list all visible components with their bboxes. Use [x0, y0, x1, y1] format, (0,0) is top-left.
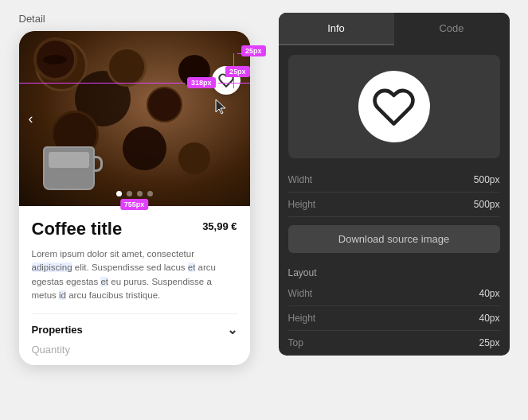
- dots-pagination: [19, 191, 250, 196]
- layout-row-height: Height 40px: [288, 306, 500, 331]
- dot-4: [147, 191, 153, 196]
- measure-25-top: 25px: [241, 45, 266, 56]
- prop-height-val: 500px: [474, 199, 500, 210]
- card-content: 755px Coffee title 35,99 € Lorem ipsum d…: [19, 206, 250, 365]
- layout-height-val: 40px: [479, 313, 499, 324]
- card-image-section: ‹ 318px 25px: [19, 31, 250, 206]
- layout-table: Widht 40px Height 40px Top 25px: [279, 282, 510, 356]
- measure-318: 318px: [187, 77, 216, 88]
- panel-label: Detail: [19, 13, 266, 25]
- back-button[interactable]: ‹: [29, 111, 33, 127]
- layout-width-key: Widht: [288, 288, 313, 299]
- svg-marker-0: [216, 99, 225, 114]
- card-quantity: Quantity: [32, 344, 237, 356]
- chevron-down-icon: ⌄: [227, 322, 237, 337]
- card-description: Lorem ipsum dolor sit amet, consectetur …: [32, 247, 237, 302]
- layout-width-val: 40px: [479, 288, 499, 299]
- dot-1: [116, 191, 122, 196]
- card-wrapper: 25px: [19, 31, 266, 365]
- layout-height-key: Height: [288, 313, 316, 324]
- layout-row-width: Widht 40px: [288, 282, 500, 306]
- layout-top-key: Top: [288, 337, 303, 348]
- prop-width-key: Widht: [288, 174, 313, 185]
- cursor-arrow: [214, 98, 230, 120]
- layout-row-top: Top 25px: [288, 331, 500, 356]
- phone-card: ‹ 318px 25px: [19, 31, 250, 365]
- properties-table: Widht 500px Height 500px: [279, 168, 510, 217]
- card-price: 35,99 €: [202, 219, 237, 233]
- card-properties-row[interactable]: Properties ⌄: [32, 313, 237, 337]
- prop-height-key: Height: [288, 199, 316, 210]
- tabs-row: Info Code: [279, 13, 510, 45]
- dot-3: [137, 191, 143, 196]
- tab-code[interactable]: Code: [394, 13, 510, 45]
- card-title: Coffee title: [32, 219, 123, 239]
- left-panel: Detail 25px: [19, 13, 266, 365]
- tab-info[interactable]: Info: [279, 13, 394, 45]
- prop-width-val: 500px: [474, 174, 500, 185]
- layout-section-label: Layout: [279, 261, 510, 282]
- heart-preview: [288, 55, 500, 158]
- layout-top-val: 25px: [479, 337, 499, 348]
- heart-circle: [358, 71, 430, 142]
- properties-label: Properties: [32, 324, 83, 336]
- prop-row-width: Widht 500px: [288, 168, 500, 192]
- measure-25-right: 25px: [225, 66, 250, 77]
- measure-755: 755px: [120, 199, 149, 210]
- prop-row-height: Height 500px: [288, 192, 500, 217]
- card-title-row: Coffee title 35,99 €: [32, 219, 237, 239]
- download-source-button[interactable]: Download source image: [288, 225, 500, 253]
- dot-2: [127, 191, 132, 196]
- right-panel: Info Code Widht 500px Height 500px Downl…: [279, 13, 510, 356]
